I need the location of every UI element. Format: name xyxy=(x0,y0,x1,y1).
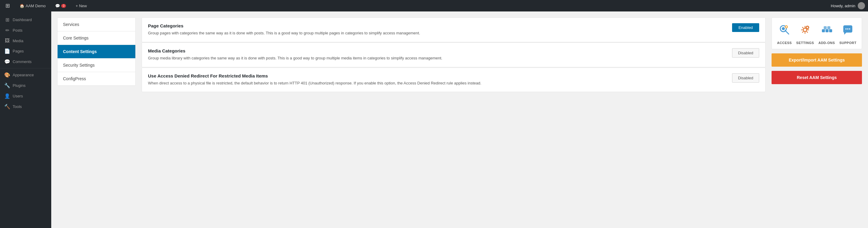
comment-count: 0 xyxy=(61,4,66,8)
setting-info-media-categories: Media Categories Group media library wit… xyxy=(148,48,727,61)
avatar xyxy=(858,2,865,9)
new-label: + New xyxy=(76,4,87,8)
sidebar-item-tools[interactable]: 🔨 Tools xyxy=(0,101,51,112)
settings-gear-icon xyxy=(799,24,811,38)
svg-rect-7 xyxy=(826,29,829,32)
setting-title-media-categories: Media Categories xyxy=(148,48,727,53)
svg-rect-9 xyxy=(824,26,827,29)
icon-grid: ACCESS SETTINGS xyxy=(772,18,862,49)
setting-desc-media-categories: Group media library with categories the … xyxy=(148,55,727,61)
sidebar: ⊞ Dashboard ✏ Posts 🖼 Media 📄 Pages 💬 Co… xyxy=(0,11,51,228)
sidebar-item-pages[interactable]: 📄 Pages xyxy=(0,46,51,56)
sidebar-label-plugins: Plugins xyxy=(13,83,26,88)
setting-action-page-categories: Enabled xyxy=(732,23,759,32)
sidebar-label-appearance: Appearance xyxy=(13,73,34,77)
setting-info-access-denied-redirect: Use Access Denied Redirect For Restricte… xyxy=(148,73,727,87)
svg-rect-8 xyxy=(829,29,832,32)
wp-logo-button[interactable]: ⊞ xyxy=(3,0,12,11)
reset-button[interactable]: Reset AAM Settings xyxy=(772,71,862,84)
pages-icon: 📄 xyxy=(4,48,10,54)
setting-info-page-categories: Page Categories Group pages with categor… xyxy=(148,23,727,36)
sidebar-label-pages: Pages xyxy=(13,49,24,53)
settings-label: SETTINGS xyxy=(796,41,814,45)
svg-point-11 xyxy=(845,28,846,30)
settings-panel: Page Categories Group pages with categor… xyxy=(142,18,766,222)
toggle-media-categories[interactable]: Disabled xyxy=(732,48,759,58)
icon-item-support[interactable]: SUPPORT xyxy=(839,24,857,45)
sidebar-label-tools: Tools xyxy=(13,104,22,109)
export-import-button[interactable]: Export/Import AAM Settings xyxy=(772,53,862,67)
sidebar-label-users: Users xyxy=(13,94,23,98)
media-icon: 🖼 xyxy=(4,38,10,44)
sidebar-label-comments: Comments xyxy=(13,59,32,64)
dashboard-icon: ⊞ xyxy=(4,17,10,23)
sidebar-label-posts: Posts xyxy=(13,28,23,33)
settings-menu: Services Core Settings Content Settings … xyxy=(57,18,135,222)
setting-desc-page-categories: Group pages with categories the same way… xyxy=(148,30,727,36)
menu-card: Services Core Settings Content Settings … xyxy=(57,18,135,86)
sidebar-item-comments[interactable]: 💬 Comments xyxy=(0,56,51,67)
setting-card-access-denied-redirect: Use Access Denied Redirect For Restricte… xyxy=(142,67,766,92)
tools-icon: 🔨 xyxy=(4,104,10,110)
wp-logo-icon: ⊞ xyxy=(5,2,10,9)
site-name-button[interactable]: 🏠 AAM Demo xyxy=(17,0,48,11)
admin-bar: ⊞ 🏠 AAM Demo 💬 0 + New Howdy, admin xyxy=(0,0,868,11)
setting-action-media-categories: Disabled xyxy=(732,48,759,58)
sidebar-item-dashboard[interactable]: ⊞ Dashboard xyxy=(0,15,51,25)
howdy-label: Howdy, admin xyxy=(831,4,855,8)
sidebar-item-users[interactable]: 👤 Users xyxy=(0,91,51,101)
icon-item-access[interactable]: ACCESS xyxy=(777,24,792,45)
comment-icon: 💬 xyxy=(55,4,60,8)
addons-label: ADD-ONS xyxy=(818,41,835,45)
svg-rect-6 xyxy=(822,29,825,32)
svg-point-1 xyxy=(782,27,785,30)
setting-card-page-categories: Page Categories Group pages with categor… xyxy=(142,18,766,42)
menu-item-services[interactable]: Services xyxy=(58,18,135,31)
setting-title-page-categories: Page Categories xyxy=(148,23,727,28)
toggle-page-categories[interactable]: Enabled xyxy=(732,23,759,32)
comments-icon: 💬 xyxy=(4,59,10,64)
icon-item-settings[interactable]: SETTINGS xyxy=(796,24,814,45)
right-panel: ACCESS SETTINGS xyxy=(772,18,862,222)
support-label: SUPPORT xyxy=(839,41,857,45)
access-icon xyxy=(778,24,790,38)
sidebar-item-appearance[interactable]: 🎨 Appearance xyxy=(0,70,51,80)
posts-icon: ✏ xyxy=(4,27,10,33)
svg-point-4 xyxy=(804,29,806,31)
support-icon xyxy=(842,24,854,38)
site-name-label: AAM Demo xyxy=(26,4,45,8)
menu-item-content-settings[interactable]: Content Settings xyxy=(58,45,135,58)
svg-point-12 xyxy=(847,28,848,30)
new-content-button[interactable]: + New xyxy=(73,0,89,11)
sidebar-label-media: Media xyxy=(13,38,23,43)
appearance-icon: 🎨 xyxy=(4,72,10,78)
menu-item-core-settings[interactable]: Core Settings xyxy=(58,31,135,45)
plugins-icon: 🔧 xyxy=(4,83,10,88)
setting-title-access-denied-redirect: Use Access Denied Redirect For Restricte… xyxy=(148,73,727,78)
toggle-access-denied-redirect[interactable]: Disabled xyxy=(732,73,759,83)
home-icon: 🏠 xyxy=(20,4,24,8)
svg-point-13 xyxy=(849,28,850,30)
sidebar-item-plugins[interactable]: 🔧 Plugins xyxy=(0,80,51,91)
addons-icon xyxy=(821,24,833,38)
setting-action-access-denied-redirect: Disabled xyxy=(732,73,759,83)
setting-card-media-categories: Media Categories Group media library wit… xyxy=(142,42,766,67)
sidebar-label-dashboard: Dashboard xyxy=(13,18,32,22)
menu-item-configpress[interactable]: ConfigPress xyxy=(58,72,135,85)
access-label: ACCESS xyxy=(777,41,792,45)
users-icon: 👤 xyxy=(4,93,10,99)
menu-item-security-settings[interactable]: Security Settings xyxy=(58,58,135,72)
svg-line-2 xyxy=(785,30,789,34)
setting-desc-access-denied-redirect: When direct access to a physical file is… xyxy=(148,80,727,87)
sidebar-item-posts[interactable]: ✏ Posts xyxy=(0,25,51,36)
comments-button[interactable]: 💬 0 xyxy=(53,0,68,11)
svg-rect-10 xyxy=(827,26,830,29)
icon-item-addons[interactable]: ADD-ONS xyxy=(818,24,835,45)
sidebar-item-media[interactable]: 🖼 Media xyxy=(0,36,51,46)
